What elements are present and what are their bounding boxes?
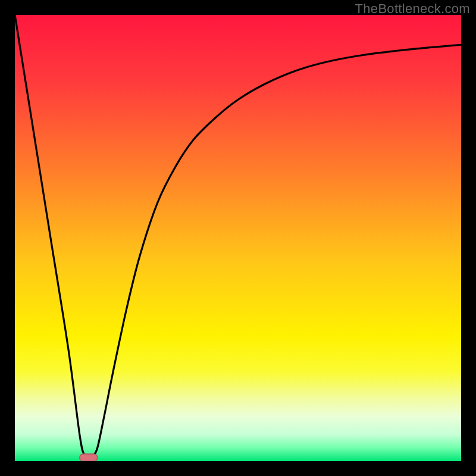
chart-svg (15, 15, 461, 461)
watermark-text: TheBottleneck.com (355, 1, 470, 17)
gradient-background (15, 15, 461, 461)
plot-area (15, 15, 461, 461)
optimal-marker (80, 454, 98, 461)
chart-frame: TheBottleneck.com (0, 0, 476, 476)
